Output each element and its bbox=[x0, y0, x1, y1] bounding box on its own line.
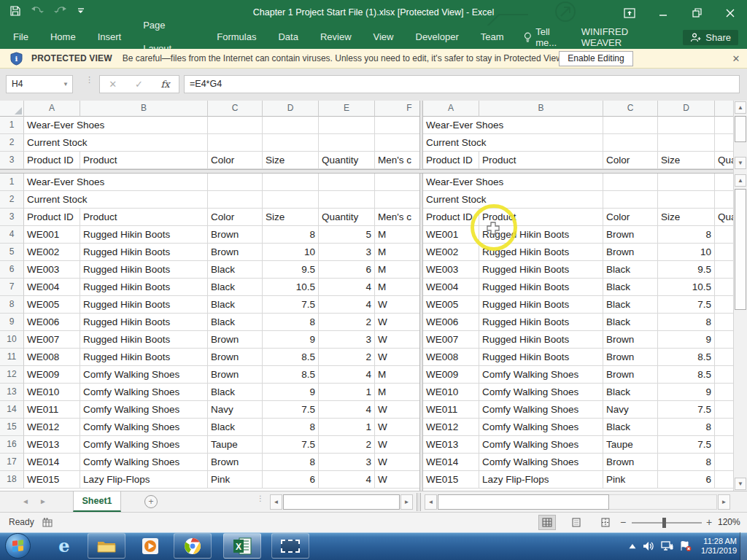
cell[interactable]: 7.5 bbox=[263, 296, 319, 314]
taskbar-clock[interactable]: 11:28 AM 1/31/2019 bbox=[701, 537, 737, 556]
cell[interactable]: 3 bbox=[715, 454, 733, 471]
hscroll-right-icon[interactable]: ► bbox=[400, 494, 413, 510]
cell[interactable]: WE014 bbox=[423, 454, 479, 471]
cell[interactable]: Black bbox=[208, 296, 263, 314]
cell[interactable]: Black bbox=[208, 384, 263, 401]
cell[interactable]: 8 bbox=[263, 226, 319, 244]
cell[interactable]: M bbox=[375, 226, 419, 244]
cell[interactable]: 2 bbox=[319, 314, 375, 331]
hscroll-split-divider[interactable] bbox=[417, 493, 421, 511]
cell[interactable]: 9 bbox=[263, 384, 319, 401]
cell[interactable]: Black bbox=[603, 314, 658, 331]
column-header[interactable]: E bbox=[715, 101, 733, 117]
tab-team[interactable]: Team bbox=[470, 26, 515, 49]
row-header[interactable]: 1 bbox=[0, 117, 24, 134]
cell[interactable]: 5 bbox=[319, 226, 375, 244]
row-header[interactable]: 3 bbox=[0, 209, 24, 226]
cell[interactable]: Comfy Walking Shoes bbox=[479, 401, 603, 419]
page-layout-view-button[interactable] bbox=[568, 515, 585, 530]
cell[interactable]: Black bbox=[208, 279, 263, 296]
scroll-down-icon[interactable]: ▼ bbox=[735, 478, 746, 490]
cell[interactable]: Brown bbox=[208, 244, 263, 261]
cell[interactable]: Comfy Walking Shoes bbox=[479, 436, 603, 454]
column-header[interactable]: A bbox=[423, 101, 479, 117]
cell[interactable]: Rugged Hikin Boots bbox=[479, 349, 603, 366]
row-header[interactable]: 12 bbox=[0, 366, 24, 384]
hscroll-thumb[interactable] bbox=[283, 494, 400, 510]
tab-home[interactable]: Home bbox=[39, 26, 87, 49]
cell[interactable] bbox=[319, 117, 375, 134]
cell[interactable]: 8.5 bbox=[263, 366, 319, 384]
cell[interactable]: Current Stock bbox=[423, 191, 603, 209]
cell[interactable]: Rugged Hikin Boots bbox=[479, 296, 603, 314]
cell[interactable]: WE001 bbox=[24, 226, 80, 244]
hscroll-thumb[interactable] bbox=[438, 494, 609, 510]
cell[interactable]: 10 bbox=[263, 244, 319, 261]
cell[interactable]: Brown bbox=[208, 331, 263, 349]
cell[interactable]: 9.5 bbox=[658, 261, 715, 279]
cell[interactable]: WE011 bbox=[423, 401, 479, 419]
cell[interactable]: 7.5 bbox=[658, 436, 715, 454]
cell[interactable]: 4 bbox=[715, 279, 733, 296]
cell[interactable]: WE005 bbox=[423, 296, 479, 314]
cell[interactable]: Product bbox=[479, 152, 603, 169]
insert-function-icon[interactable]: fx bbox=[160, 79, 169, 90]
cell[interactable]: Size bbox=[263, 152, 319, 169]
cell[interactable]: 4 bbox=[319, 366, 375, 384]
cell[interactable]: 10.5 bbox=[263, 279, 319, 296]
new-sheet-icon[interactable]: + bbox=[144, 495, 158, 508]
cell[interactable] bbox=[263, 191, 319, 209]
cell[interactable]: W bbox=[375, 436, 419, 454]
cell[interactable]: WE009 bbox=[423, 366, 479, 384]
cell[interactable]: W bbox=[375, 331, 419, 349]
cell[interactable]: Taupe bbox=[208, 436, 263, 454]
cell[interactable]: 2 bbox=[715, 314, 733, 331]
cell[interactable]: Lazy Flip-Flops bbox=[80, 471, 208, 489]
cell[interactable]: 9 bbox=[658, 331, 715, 349]
cell[interactable] bbox=[208, 117, 263, 134]
cell[interactable]: 8 bbox=[263, 314, 319, 331]
cell[interactable] bbox=[375, 134, 419, 152]
ribbon-display-options-button[interactable] bbox=[613, 0, 646, 26]
cell[interactable]: Quantity bbox=[319, 209, 375, 226]
action-center-flag-icon[interactable] bbox=[680, 541, 692, 551]
hscroll-left-icon[interactable]: ◄ bbox=[270, 494, 282, 510]
column-header[interactable]: C bbox=[208, 101, 263, 117]
cell[interactable]: 7.5 bbox=[658, 296, 715, 314]
row-header[interactable]: 15 bbox=[0, 419, 24, 436]
cell[interactable]: Brown bbox=[208, 366, 263, 384]
cell[interactable]: 10 bbox=[658, 244, 715, 261]
row-header[interactable]: 14 bbox=[0, 401, 24, 419]
column-header[interactable]: F bbox=[375, 101, 419, 117]
row-header[interactable]: 16 bbox=[0, 436, 24, 454]
cell[interactable]: Comfy Walking Shoes bbox=[479, 366, 603, 384]
confirm-entry-icon[interactable]: ✓ bbox=[135, 79, 143, 90]
minimize-button[interactable] bbox=[646, 0, 680, 26]
cell[interactable]: Rugged Hikin Boots bbox=[80, 349, 208, 366]
cell[interactable]: 6 bbox=[319, 261, 375, 279]
cell[interactable]: Rugged Hikin Boots bbox=[80, 244, 208, 261]
zoom-out-icon[interactable]: − bbox=[620, 513, 626, 532]
cell[interactable]: WE002 bbox=[423, 244, 479, 261]
cell[interactable]: 8 bbox=[658, 419, 715, 436]
cell[interactable]: Black bbox=[603, 384, 658, 401]
cell[interactable]: WE004 bbox=[24, 279, 80, 296]
volume-icon[interactable] bbox=[643, 541, 654, 551]
normal-view-button[interactable] bbox=[538, 515, 556, 530]
cell[interactable]: WE008 bbox=[423, 349, 479, 366]
cell[interactable]: WE014 bbox=[24, 454, 80, 471]
row-header[interactable]: 6 bbox=[0, 261, 24, 279]
cell[interactable]: 8 bbox=[263, 419, 319, 436]
cell[interactable]: 6 bbox=[715, 261, 733, 279]
cell[interactable]: Brown bbox=[603, 366, 658, 384]
cell[interactable]: 10.5 bbox=[658, 279, 715, 296]
cell[interactable]: Brown bbox=[603, 454, 658, 471]
cell[interactable]: WE010 bbox=[423, 384, 479, 401]
column-header[interactable]: D bbox=[658, 101, 715, 117]
cell[interactable]: Navy bbox=[208, 401, 263, 419]
cell[interactable]: 6 bbox=[658, 471, 715, 489]
cell[interactable]: 8.5 bbox=[658, 366, 715, 384]
formula-input[interactable]: =E4*G4 bbox=[184, 75, 740, 93]
cell[interactable]: Navy bbox=[603, 401, 658, 419]
cell[interactable]: WE001 bbox=[423, 226, 479, 244]
